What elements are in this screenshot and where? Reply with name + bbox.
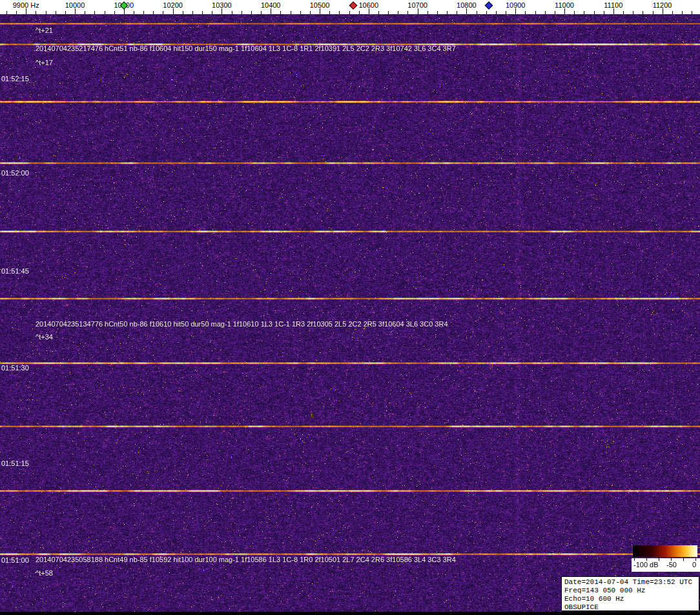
spectrogram-canvas	[0, 14, 700, 612]
ruler-label: 11000	[555, 1, 574, 9]
ruler-major-tick	[564, 8, 565, 14]
marker-red-diamond[interactable]	[349, 1, 357, 10]
marker-blue-diamond[interactable]	[485, 1, 493, 10]
info-station: OBSUPICE	[564, 603, 696, 612]
scale-label-max: 0	[692, 561, 696, 569]
ruler-label: 11200	[653, 1, 672, 9]
ruler-label: 11100	[604, 1, 623, 9]
ruler-major-tick	[26, 8, 26, 14]
ruler-label: 10800	[457, 1, 477, 9]
ruler-label: 10600	[359, 1, 379, 9]
status-info-box: Date=2014-07-04 Time=23:52 UTC Freq=143 …	[561, 576, 699, 611]
scale-tick	[634, 558, 635, 561]
ruler-major-tick	[221, 8, 222, 14]
info-date-time: Date=2014-07-04 Time=23:52 UTC	[564, 578, 696, 587]
frequency-ruler: 9900 Hz100001010010200103001040010500106…	[0, 0, 700, 14]
ruler-major-tick	[320, 8, 320, 14]
ruler-major-tick	[75, 8, 76, 14]
ruler-major-tick	[663, 8, 663, 14]
info-echo: Echo=10 600 Hz	[564, 595, 696, 603]
ruler-label: 10200	[163, 1, 183, 9]
ruler-major-tick	[418, 8, 418, 14]
ruler-label: 10300	[212, 1, 232, 9]
scale-tick	[646, 558, 647, 561]
ruler-major-tick	[613, 8, 614, 14]
ruler-major-tick	[271, 8, 271, 14]
ruler-major-tick	[369, 8, 369, 14]
ruler-label: 10400	[261, 1, 281, 9]
ruler-label: 9900 Hz	[13, 1, 39, 9]
color-scale-labels: -100 dB -50 0	[632, 558, 700, 572]
color-scale-gradient	[633, 545, 697, 557]
info-frequency: Freq=143 050 000 Hz	[564, 587, 696, 595]
ruler-label: 10900	[506, 1, 526, 9]
ruler-major-tick	[173, 8, 174, 14]
color-scale: -100 dB -50 0	[632, 545, 700, 572]
ruler-major-tick	[515, 8, 516, 14]
scale-tick	[659, 558, 659, 561]
scale-label-min: -100 dB	[633, 561, 659, 569]
scale-tick	[695, 558, 696, 561]
spectrogram-app: { "chart_data": { "type": "heatmap", "ti…	[0, 0, 700, 615]
scale-tick	[671, 558, 672, 561]
ruler-label: 10500	[310, 1, 330, 9]
scale-label-mid: -50	[666, 561, 677, 569]
scale-tick	[683, 558, 684, 561]
ruler-major-tick	[466, 8, 467, 14]
ruler-label: 10700	[407, 1, 427, 9]
ruler-label: 10000	[65, 1, 85, 9]
